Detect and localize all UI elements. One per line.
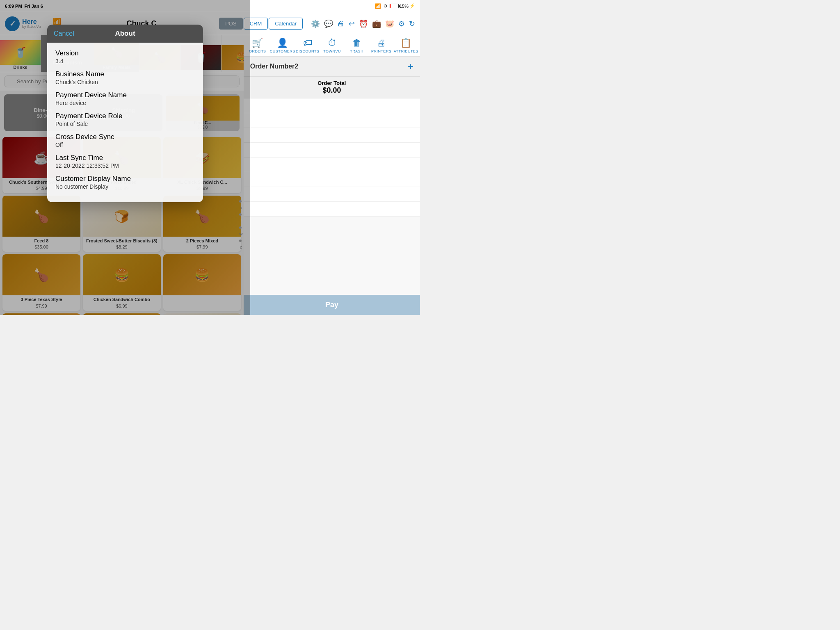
order-title: Order Number2 [250,63,298,70]
pay-button[interactable]: Pay [244,295,420,315]
townvu-icon-btn[interactable]: ⏱ TOWNVU [320,38,345,53]
about-cancel-button[interactable]: Cancel [54,30,101,37]
about-device-name-key: Payment Device Name [55,91,195,99]
about-sync-time-key: Last Sync Time [55,154,195,162]
about-business-row: Business Name Chuck's Chicken [55,70,195,85]
about-business-key: Business Name [55,70,195,78]
trash-label: TRASH [350,49,363,53]
order-total-section: Order Total $0.00 [244,77,420,98]
order-item-row [244,143,420,158]
order-item-row [244,172,420,187]
about-sync-time-row: Last Sync Time 12-20-2022 12:33:52 PM [55,154,195,169]
about-modal-body: Version 3.4 Business Name Chuck's Chicke… [47,43,203,202]
order-item-row [244,98,420,113]
right-panel: 🛒 ORDERS 👤 CUSTOMERS 🏷 DISCOUNTS ⏱ TOWNV… [244,35,420,315]
order-item-row [244,202,420,217]
discounts-icon: 🏷 [303,38,312,48]
customers-label: CUSTOMERS [270,49,295,53]
about-device-role-key: Payment Device Role [55,112,195,120]
order-item-row [244,113,420,128]
printers-icon-btn[interactable]: 🖨 PRINTERS [369,38,394,53]
orders-icon: 🛒 [252,38,263,48]
about-modal: Cancel About Version 3.4 Business Name C… [47,25,203,202]
right-panel-toolbar: 🛒 ORDERS 👤 CUSTOMERS 🏷 DISCOUNTS ⏱ TOWNV… [244,35,420,57]
about-business-val: Chuck's Chicken [55,79,195,85]
about-version-key: Version [55,49,195,57]
about-display-key: Customer Display Name [55,175,195,183]
chat-icon[interactable]: 💬 [324,19,333,28]
tab-calendar[interactable]: Calendar [269,18,303,30]
back-icon[interactable]: ↩ [349,19,355,28]
alarm-icon[interactable]: ⏰ [359,19,368,28]
wallet-icon[interactable]: 💼 [372,19,381,28]
header-icons: ⚙️ 💬 🖨 ↩ ⏰ 💼 🐷 ⚙ ↻ [311,19,415,28]
about-device-role-row: Payment Device Role Point of Sale [55,112,195,127]
savings-icon[interactable]: 🐷 [385,19,394,28]
about-modal-title: About [101,30,149,38]
order-items-list [244,98,420,295]
customers-icon-btn[interactable]: 👤 CUSTOMERS [270,38,295,53]
wifi-icon: 📶 [375,3,381,9]
printers-icon: 🖨 [377,38,386,48]
about-device-name-row: Payment Device Name Here device [55,91,195,106]
battery-percent: 15% [399,4,409,9]
gear-icon[interactable]: ⚙ [398,19,405,28]
trash-icon: 🗑 [352,38,361,48]
about-modal-header: Cancel About [47,25,203,43]
settings-t-icon[interactable]: ⚙️ [311,19,320,28]
discounts-icon-btn[interactable]: 🏷 DISCOUNTS [295,38,320,53]
townvu-icon: ⏱ [328,38,337,48]
order-item-row [244,187,420,202]
attributes-icon-btn[interactable]: 📋 ATTRIBUTES [394,38,418,53]
about-display-row: Customer Display Name No customer Displa… [55,175,195,190]
order-total-label: Order Total [250,80,413,86]
order-item-row [244,158,420,172]
battery-indicator: 15% ⚡ [390,3,415,9]
about-device-role-val: Point of Sale [55,121,195,127]
about-version-row: Version 3.4 [55,49,195,64]
townvu-label: TOWNVU [323,49,341,53]
refresh-icon[interactable]: ↻ [409,19,415,28]
about-display-val: No customer Display [55,183,195,190]
about-sync-key: Cross Device Sync [55,133,195,141]
order-header: Order Number2 + [244,57,420,77]
about-version-val: 3.4 [55,58,195,64]
about-sync-time-val: 12-20-2022 12:33:52 PM [55,162,195,169]
order-item-row [244,128,420,143]
discounts-label: DISCOUNTS [296,49,320,53]
charging-icon: ⚡ [409,3,415,9]
attributes-label: ATTRIBUTES [394,49,418,53]
about-overlay: Cancel About Version 3.4 Business Name C… [0,0,250,315]
attributes-icon: 📋 [400,38,411,48]
about-device-name-val: Here device [55,100,195,106]
customers-icon: 👤 [277,38,288,48]
add-order-button[interactable]: + [408,61,413,72]
about-sync-row: Cross Device Sync Off [55,133,195,148]
register-icon[interactable]: 🖨 [337,19,345,28]
printers-label: PRINTERS [371,49,392,53]
about-sync-val: Off [55,142,195,148]
order-total-amount: $0.00 [250,86,413,95]
orders-label: ORDERS [249,49,266,53]
trash-icon-btn[interactable]: 🗑 TRASH [345,38,369,53]
signal-icon: ⊙ [383,3,387,9]
